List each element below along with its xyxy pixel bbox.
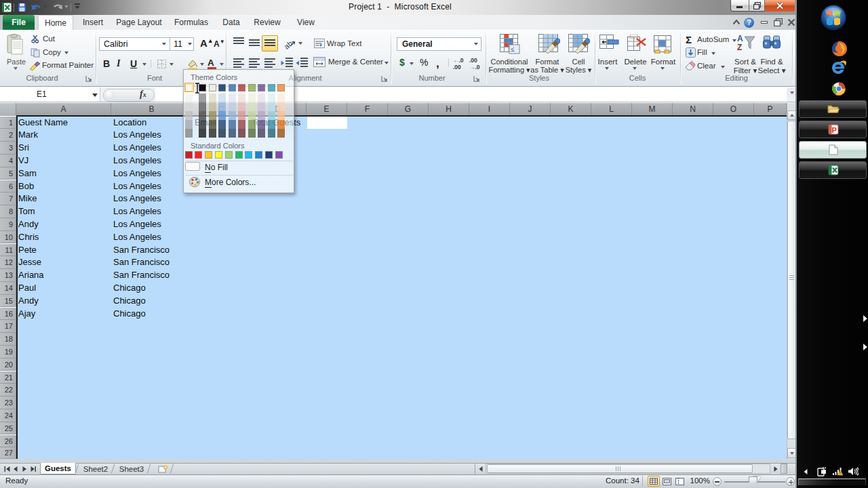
svg-text:A: A	[737, 34, 743, 43]
svg-text:≤: ≤	[511, 45, 515, 53]
svg-text:Z: Z	[737, 43, 742, 52]
svg-text:P: P	[832, 126, 837, 134]
